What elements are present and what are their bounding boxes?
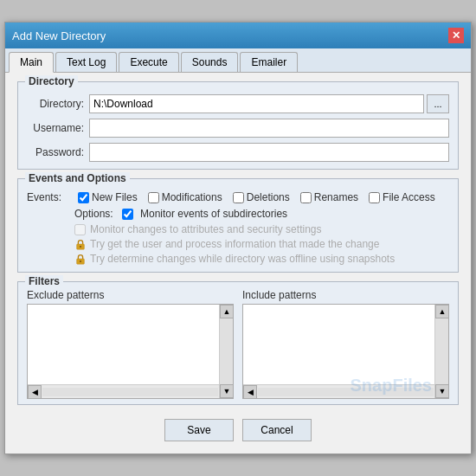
exclude-textarea[interactable] bbox=[28, 305, 219, 384]
exclude-htrack bbox=[42, 388, 218, 396]
exclude-scroll-up[interactable]: ▲ bbox=[220, 305, 234, 318]
user-info-row: Try get the user and process information… bbox=[27, 238, 449, 250]
exclude-textarea-wrap: ▲ ▼ ◀ ▶ bbox=[27, 304, 234, 399]
username-label: Username: bbox=[27, 122, 89, 134]
directory-label: Directory: bbox=[27, 98, 89, 110]
subdirs-group: Monitor events of subdirectories bbox=[122, 208, 287, 220]
renames-checkbox[interactable] bbox=[300, 192, 312, 203]
svg-point-1 bbox=[80, 246, 81, 248]
password-label: Password: bbox=[27, 146, 89, 158]
deletions-checkbox[interactable] bbox=[233, 192, 244, 203]
directory-section-title: Directory bbox=[25, 75, 78, 87]
directory-section: Directory Directory: ... Username: Passw… bbox=[17, 81, 459, 170]
modifications-group: Modifications bbox=[148, 191, 222, 203]
filters-title: Filters bbox=[25, 275, 63, 287]
include-scroll-up[interactable]: ▲ bbox=[435, 305, 449, 318]
username-row: Username: bbox=[27, 119, 449, 138]
attr-changes-label: Monitor changes to attributes and securi… bbox=[90, 223, 321, 235]
title-bar: Add New Directory ✕ bbox=[5, 23, 471, 48]
lock-icon-1 bbox=[74, 238, 87, 250]
exclude-scroll-track bbox=[220, 318, 233, 384]
include-scroll-track bbox=[435, 318, 448, 384]
exclude-hscrollbar: ◀ ▶ bbox=[28, 384, 233, 398]
offline-changes-row: Try determine changes while directory wa… bbox=[27, 253, 449, 265]
lock-icon-2 bbox=[74, 253, 87, 265]
main-window: Add New Directory ✕ Main Text Log Execut… bbox=[4, 22, 472, 454]
file-access-group: File Access bbox=[369, 191, 435, 203]
modifications-checkbox[interactable] bbox=[148, 192, 159, 203]
include-label: Include patterns bbox=[242, 289, 449, 301]
subdirs-label[interactable]: Monitor events of subdirectories bbox=[140, 208, 287, 220]
include-textarea-wrap: ▲ ▼ ◀ ▶ bbox=[242, 304, 449, 399]
new-files-group: New Files bbox=[78, 191, 138, 203]
events-label: Events: bbox=[27, 191, 74, 203]
browse-button[interactable]: ... bbox=[427, 94, 449, 113]
options-label: Options: bbox=[74, 208, 122, 220]
close-button[interactable]: ✕ bbox=[448, 28, 464, 43]
file-access-label[interactable]: File Access bbox=[383, 191, 435, 203]
events-row: Events: New Files Modifications Deletion… bbox=[27, 191, 449, 203]
tab-emailer[interactable]: Emailer bbox=[240, 52, 298, 72]
offline-changes-label: Try determine changes while directory wa… bbox=[90, 253, 395, 265]
new-files-checkbox[interactable] bbox=[78, 192, 89, 203]
exclude-scroll-left[interactable]: ◀ bbox=[28, 385, 42, 399]
tab-bar: Main Text Log Execute Sounds Emailer bbox=[5, 48, 471, 73]
include-col: Include patterns ▲ ▼ ◀ ▶ bbox=[242, 289, 449, 399]
renames-label[interactable]: Renames bbox=[314, 191, 358, 203]
tab-content: Directory Directory: ... Username: Passw… bbox=[5, 73, 471, 453]
exclude-vscrollbar: ▲ ▼ bbox=[219, 305, 233, 398]
user-info-label: Try get the user and process information… bbox=[90, 238, 379, 250]
exclude-scroll-down[interactable]: ▼ bbox=[220, 384, 234, 398]
password-row: Password: bbox=[27, 143, 449, 162]
modifications-label[interactable]: Modifications bbox=[162, 191, 222, 203]
renames-group: Renames bbox=[300, 191, 358, 203]
events-section: Events and Options Events: New Files Mod… bbox=[17, 178, 459, 273]
filters-section: Filters Exclude patterns ▲ ▼ ◀ bbox=[17, 281, 459, 405]
directory-row: Directory: ... bbox=[27, 94, 449, 113]
include-htrack bbox=[258, 388, 434, 396]
window-title: Add New Directory bbox=[12, 29, 106, 42]
save-button[interactable]: Save bbox=[164, 419, 234, 441]
username-input[interactable] bbox=[89, 119, 449, 138]
include-scroll-down[interactable]: ▼ bbox=[435, 384, 449, 398]
new-files-label[interactable]: New Files bbox=[92, 191, 138, 203]
include-textarea[interactable] bbox=[243, 305, 434, 384]
events-section-title: Events and Options bbox=[25, 172, 130, 184]
exclude-label: Exclude patterns bbox=[27, 289, 234, 301]
attr-changes-checkbox[interactable] bbox=[74, 224, 86, 235]
subdirs-checkbox[interactable] bbox=[122, 209, 133, 220]
directory-input[interactable] bbox=[89, 94, 424, 113]
attr-changes-row: Monitor changes to attributes and securi… bbox=[27, 223, 449, 235]
tab-execute[interactable]: Execute bbox=[119, 52, 178, 72]
tab-sounds[interactable]: Sounds bbox=[181, 52, 239, 72]
include-scroll-left[interactable]: ◀ bbox=[243, 385, 257, 399]
cancel-button[interactable]: Cancel bbox=[242, 419, 312, 441]
include-hscrollbar: ◀ ▶ bbox=[243, 384, 448, 398]
tab-textlog[interactable]: Text Log bbox=[55, 52, 117, 72]
options-row: Options: Monitor events of subdirectorie… bbox=[27, 208, 449, 220]
deletions-label[interactable]: Deletions bbox=[247, 191, 290, 203]
file-access-checkbox[interactable] bbox=[369, 192, 380, 203]
deletions-group: Deletions bbox=[233, 191, 290, 203]
password-input[interactable] bbox=[89, 143, 449, 162]
exclude-col: Exclude patterns ▲ ▼ ◀ ▶ bbox=[27, 289, 234, 399]
tab-main[interactable]: Main bbox=[9, 52, 54, 73]
buttons-row: Save Cancel bbox=[17, 414, 459, 445]
filters-grid: Exclude patterns ▲ ▼ ◀ ▶ bbox=[27, 289, 449, 399]
svg-point-3 bbox=[80, 261, 81, 262]
include-vscrollbar: ▲ ▼ bbox=[434, 305, 448, 398]
